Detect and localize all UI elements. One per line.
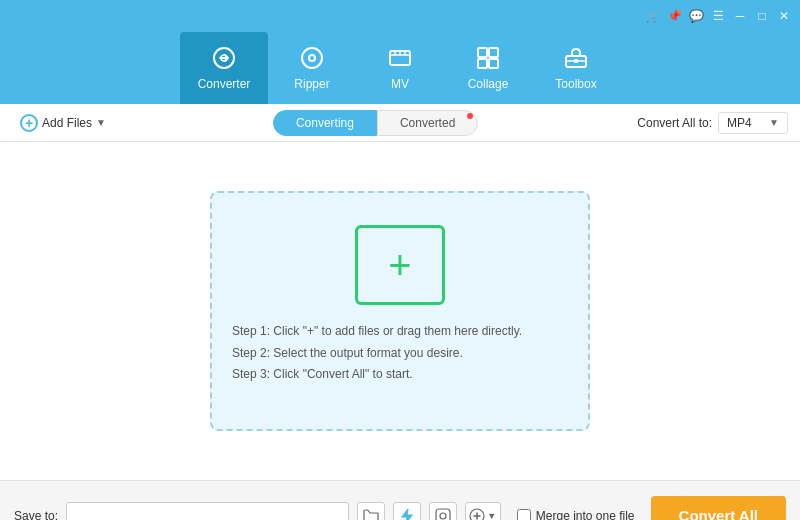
- maximize-icon[interactable]: □: [754, 8, 770, 24]
- menu-icon[interactable]: ☰: [710, 8, 726, 24]
- svg-point-2: [302, 48, 322, 68]
- converter-label: Converter: [198, 77, 251, 91]
- svg-rect-5: [478, 48, 487, 57]
- step1-text: Step 1: Click "+" to add files or drag t…: [232, 321, 522, 343]
- add-files-label: Add Files: [42, 116, 92, 130]
- add-files-button[interactable]: + Add Files ▼: [12, 110, 114, 136]
- browse-folder-button[interactable]: [357, 502, 385, 521]
- svg-point-3: [309, 55, 315, 61]
- mv-label: MV: [391, 77, 409, 91]
- merge-text: Merge into one file: [536, 509, 635, 521]
- collage-label: Collage: [468, 77, 509, 91]
- nav-mv[interactable]: MV: [356, 32, 444, 104]
- save-path-input[interactable]: [66, 502, 349, 521]
- add-files-plus-icon: +: [20, 114, 38, 132]
- add-files-dropdown-icon: ▼: [96, 117, 106, 128]
- ripper-icon: [300, 46, 324, 73]
- convert-all-to-label: Convert All to:: [637, 116, 712, 130]
- chat-icon[interactable]: 💬: [688, 8, 704, 24]
- settings2-button[interactable]: [429, 502, 457, 521]
- convert-all-to-container: Convert All to: MP4 ▼: [637, 112, 788, 134]
- navbar: Converter Ripper MV: [0, 32, 800, 104]
- cart-icon[interactable]: 🛒: [644, 8, 660, 24]
- tabs-container: Converting Converted: [114, 110, 637, 136]
- convert-all-button[interactable]: Convert All: [651, 496, 786, 521]
- drop-plus-icon: +: [388, 245, 411, 285]
- settings-dropdown-arrow: ▼: [487, 511, 496, 521]
- toolbox-label: Toolbox: [555, 77, 596, 91]
- add-files-drop-button[interactable]: +: [355, 225, 445, 305]
- settings-button[interactable]: ▼: [465, 502, 501, 521]
- svg-rect-7: [478, 59, 487, 68]
- nav-ripper[interactable]: Ripper: [268, 32, 356, 104]
- title-bar: 🛒 📌 💬 ☰ ─ □ ✕: [0, 0, 800, 32]
- format-dropdown-icon: ▼: [769, 117, 779, 128]
- format-select[interactable]: MP4 ▼: [718, 112, 788, 134]
- svg-rect-8: [489, 59, 498, 68]
- toolbar: + Add Files ▼ Converting Converted Conve…: [0, 104, 800, 142]
- nav-toolbox[interactable]: Toolbox: [532, 32, 620, 104]
- step2-text: Step 2: Select the output format you des…: [232, 343, 522, 365]
- save-to-label: Save to:: [14, 509, 58, 521]
- converter-icon: [212, 46, 236, 73]
- converted-badge: [467, 113, 473, 119]
- merge-label[interactable]: Merge into one file: [517, 509, 635, 521]
- pin-icon[interactable]: 📌: [666, 8, 682, 24]
- bottom-bar: Save to: ▼ Merge into one file Convert A…: [0, 480, 800, 520]
- nav-converter[interactable]: Converter: [180, 32, 268, 104]
- minimize-icon[interactable]: ─: [732, 8, 748, 24]
- toolbox-icon: [564, 46, 588, 73]
- tab-converted[interactable]: Converted: [377, 110, 478, 136]
- main-content: + Step 1: Click "+" to add files or drag…: [0, 142, 800, 480]
- merge-checkbox[interactable]: [517, 509, 531, 521]
- tab-converting[interactable]: Converting: [273, 110, 377, 136]
- nav-collage[interactable]: Collage: [444, 32, 532, 104]
- ripper-label: Ripper: [294, 77, 329, 91]
- step3-text: Step 3: Click "Convert All" to start.: [232, 364, 522, 386]
- format-value: MP4: [727, 116, 752, 130]
- lightning-button[interactable]: [393, 502, 421, 521]
- svg-point-12: [440, 513, 446, 519]
- svg-rect-6: [489, 48, 498, 57]
- drop-zone[interactable]: + Step 1: Click "+" to add files or drag…: [210, 191, 590, 431]
- svg-rect-10: [574, 59, 578, 63]
- close-icon[interactable]: ✕: [776, 8, 792, 24]
- collage-icon: [476, 46, 500, 73]
- mv-icon: [388, 46, 412, 73]
- steps-instructions: Step 1: Click "+" to add files or drag t…: [232, 321, 522, 386]
